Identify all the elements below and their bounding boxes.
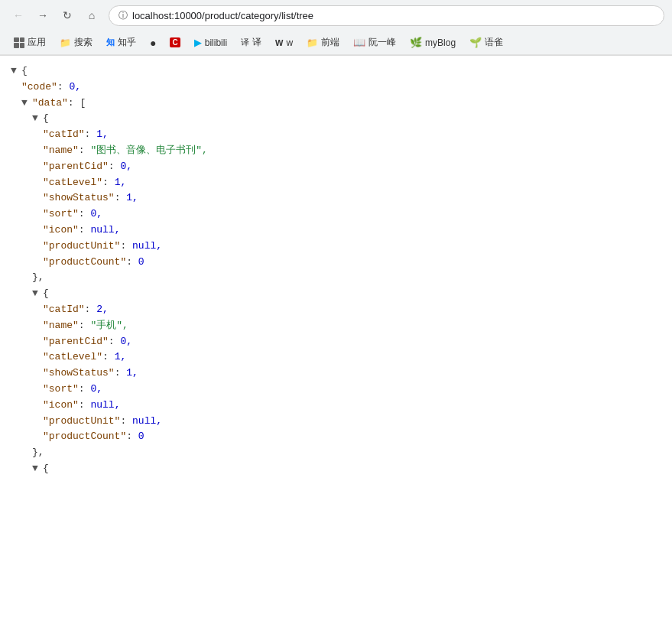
- bookmark-myblog-label: myBlog: [425, 37, 456, 48]
- item1-parentcid: "parentCid" : 0,: [43, 159, 661, 175]
- bookmark-search[interactable]: 📁 搜索: [54, 34, 99, 51]
- myblog-icon: 🌿: [410, 37, 422, 48]
- item1-productcount-val: 0: [138, 255, 144, 271]
- item1-name-val: "图书、音像、电子书刊",: [90, 143, 207, 159]
- browser-chrome: ← → ↻ ⌂ ⓘ localhost:10000/product/catego…: [0, 0, 672, 56]
- item1-productcount: "productCount" : 0: [43, 255, 661, 271]
- item1-name: "name" : "图书、音像、电子书刊",: [43, 143, 661, 159]
- item2-productunit-key: "productUnit": [43, 414, 120, 430]
- item2-sort: "sort" : 0,: [43, 382, 661, 398]
- home-button[interactable]: ⌂: [81, 5, 102, 26]
- data-key: "data": [32, 96, 68, 112]
- zhihu-icon: 知: [106, 37, 115, 48]
- item2-catid: "catId" : 2,: [43, 302, 661, 318]
- item1-productunit-val: null,: [132, 239, 162, 255]
- item1-catid-key: "catId": [43, 127, 85, 143]
- data-arr-open: [: [80, 96, 86, 112]
- item1-icon-key: "icon": [43, 223, 79, 239]
- item2-sort-val: 0,: [90, 382, 102, 398]
- bilibili-icon: ▶: [194, 37, 202, 48]
- translate-icon: 译: [241, 37, 249, 48]
- bookmark-fanyi-label: 译: [252, 36, 261, 49]
- address-bar[interactable]: ⓘ localhost:10000/product/category/list/…: [109, 5, 664, 26]
- item2-close: },: [32, 445, 661, 461]
- item2-sort-key: "sort": [43, 382, 79, 398]
- lock-icon: ⓘ: [118, 9, 128, 22]
- bookmark-bilibili[interactable]: ▶ bilibili: [188, 34, 233, 50]
- item1-parentcid-key: "parentCid": [43, 159, 109, 175]
- bookmark-zhihu-label: 知乎: [118, 36, 136, 49]
- reload-button[interactable]: ↻: [57, 5, 78, 26]
- item2-catlevel-val: 1,: [115, 349, 127, 366]
- item1-icon-val: null,: [90, 223, 120, 239]
- item2-icon-key: "icon": [43, 398, 79, 414]
- item2-catlevel-key: "catLevel": [43, 349, 102, 366]
- item2-productunit-val: null,: [132, 414, 162, 430]
- frontend-icon: 📁: [307, 37, 318, 48]
- ruan-icon: 📖: [353, 37, 365, 48]
- item1-close: },: [32, 270, 661, 286]
- item1-open: ▼ {: [32, 111, 661, 127]
- yunjue-icon: 🌱: [469, 37, 482, 48]
- item1-sort: "sort" : 0,: [43, 206, 661, 223]
- bookmark-ruan[interactable]: 📖 阮一峰: [347, 34, 402, 51]
- item2-productunit: "productUnit" : null,: [43, 414, 661, 430]
- bookmarks-bar: 应用 📁 搜索 知 知乎 ● C ▶ bilibili 译 译 W w 📁: [0, 31, 672, 55]
- item1-showstatus-key: "showStatus": [43, 190, 115, 206]
- item2-catid-val: 2,: [96, 302, 109, 318]
- item2-parentcid-key: "parentCid": [43, 334, 109, 350]
- bookmark-csdn[interactable]: C: [164, 35, 186, 50]
- item1-productunit: "productUnit" : null,: [43, 239, 661, 255]
- item1-productcount-key: "productCount": [43, 255, 126, 271]
- item1-catlevel: "catLevel" : 1,: [43, 175, 661, 191]
- data-toggle[interactable]: ▼: [21, 96, 32, 112]
- bookmark-apps[interactable]: 应用: [8, 34, 52, 51]
- root-open: ▼ {: [11, 63, 661, 80]
- item1-catlevel-val: 1,: [115, 175, 127, 191]
- bookmark-bilibili-label: bilibili: [205, 37, 227, 48]
- item2-toggle[interactable]: ▼: [32, 286, 43, 302]
- item3-toggle[interactable]: ▼: [32, 461, 43, 477]
- forward-button[interactable]: →: [32, 5, 54, 26]
- item2-icon-val: null,: [90, 398, 120, 414]
- item2-productcount-key: "productCount": [43, 429, 126, 445]
- item1-catid-val: 1,: [96, 127, 109, 143]
- bookmark-wiki[interactable]: W w: [269, 35, 299, 50]
- item1-name-key: "name": [43, 143, 79, 159]
- folder-icon: 📁: [60, 37, 71, 48]
- code-line: "code" : 0,: [21, 80, 661, 96]
- item1-parentcid-val: 0,: [120, 159, 132, 175]
- item2-productcount-val: 0: [138, 429, 144, 445]
- wiki-icon: W: [275, 38, 283, 47]
- bookmark-yunjue[interactable]: 🌱 语雀: [463, 34, 509, 51]
- nav-buttons: ← → ↻ ⌂: [8, 5, 102, 26]
- bookmark-zhihu[interactable]: 知 知乎: [100, 34, 142, 51]
- item2-open: ▼ {: [32, 286, 661, 302]
- bookmark-apps-label: 应用: [28, 36, 46, 49]
- bookmark-github[interactable]: ●: [144, 34, 162, 51]
- item1-catlevel-key: "catLevel": [43, 175, 102, 191]
- item1-toggle[interactable]: ▼: [32, 111, 43, 127]
- item1-showstatus: "showStatus" : 1,: [43, 190, 661, 206]
- bookmark-ruan-label: 阮一峰: [368, 36, 396, 49]
- item2-catid-key: "catId": [43, 302, 85, 318]
- item1-sort-val: 0,: [90, 206, 102, 223]
- root-toggle[interactable]: ▼: [11, 63, 21, 80]
- item2-name-key: "name": [43, 318, 79, 334]
- apps-icon: [14, 37, 24, 48]
- bookmark-frontend-label: 前端: [321, 36, 339, 49]
- bookmark-myblog[interactable]: 🌿 myBlog: [404, 34, 462, 50]
- item3-open: ▼ {: [32, 461, 661, 477]
- item1-showstatus-val: 1,: [126, 190, 138, 206]
- item2-showstatus-key: "showStatus": [43, 366, 115, 382]
- bookmark-search-label: 搜索: [74, 36, 93, 49]
- json-content: ▼ { "code" : 0, ▼ "data" : [ ▼ { "catId"…: [0, 56, 672, 485]
- bookmark-frontend[interactable]: 📁 前端: [300, 34, 346, 51]
- item2-productcount: "productCount" : 0: [43, 429, 661, 445]
- item1-catid: "catId" : 1,: [43, 127, 661, 143]
- bookmark-fanyi[interactable]: 译 译: [235, 34, 268, 51]
- item2-name-val: "手机",: [90, 318, 128, 334]
- back-button[interactable]: ←: [8, 5, 29, 26]
- item2-icon: "icon" : null,: [43, 398, 661, 414]
- code-key: "code": [21, 80, 57, 96]
